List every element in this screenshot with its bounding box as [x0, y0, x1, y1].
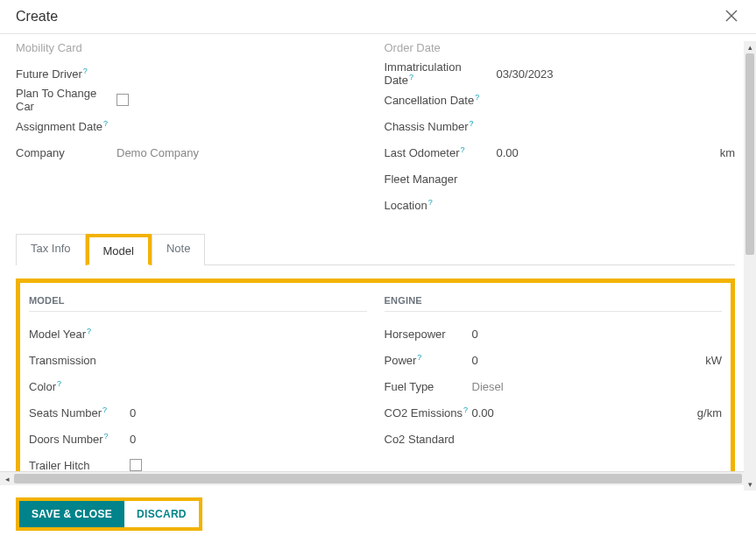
plan-to-change-car-checkbox[interactable] [117, 94, 129, 106]
fuel-type-input[interactable]: Diesel [472, 380, 723, 393]
immatriculation-date-input[interactable]: 03/30/2023 [497, 67, 736, 81]
order-date-label: Order Date [385, 41, 485, 54]
help-icon[interactable]: ? [417, 353, 421, 362]
help-icon[interactable]: ? [470, 119, 474, 128]
vertical-scrollbar-thumb[interactable] [745, 53, 754, 255]
chassis-number-row: Chassis Number? [385, 113, 736, 139]
fleet-manager-label: Fleet Manager [385, 173, 497, 186]
power-label: Power? [385, 354, 472, 367]
future-driver-label: Future Driver? [16, 67, 117, 81]
doors-number-label: Doors Number? [29, 433, 130, 446]
color-label: Color? [29, 380, 130, 393]
help-icon[interactable]: ? [102, 405, 107, 414]
tabs: Tax Info Model Note [16, 234, 735, 265]
close-icon [724, 9, 738, 23]
engine-section: ENGINE Horsepower 0 Power? 0 kW [385, 295, 723, 471]
help-icon[interactable]: ? [103, 119, 108, 128]
plan-to-change-car-label: Plan To Change Car [16, 87, 117, 113]
power-row: Power? 0 kW [385, 347, 723, 373]
immatriculation-date-row: Immatriculation Date? 03/30/2023 [385, 60, 736, 87]
modal-header: Create [0, 0, 756, 34]
model-year-label: Model Year? [29, 328, 130, 341]
model-section: MODEL Model Year? Transmission Color? [29, 295, 367, 471]
last-odometer-unit: km [713, 146, 735, 159]
co2-emissions-input[interactable]: 0.00 [472, 406, 494, 420]
transmission-row: Transmission [29, 347, 367, 373]
save-and-close-button[interactable]: Save & Close [19, 501, 124, 527]
trailer-hitch-checkbox[interactable] [130, 459, 142, 471]
help-icon[interactable]: ? [461, 145, 465, 154]
fuel-type-row: Fuel Type Diesel [385, 373, 723, 399]
help-icon[interactable]: ? [428, 198, 433, 207]
tab-tax-info[interactable]: Tax Info [16, 234, 86, 265]
doors-number-input[interactable]: 0 [130, 433, 367, 446]
scrollbar-thumb[interactable] [14, 474, 742, 483]
scroll-up-icon[interactable]: ▴ [744, 41, 756, 53]
horsepower-label: Horsepower [385, 328, 472, 341]
cancellation-date-label: Cancellation Date? [385, 94, 497, 107]
mobility-card-row: Mobility Card [16, 34, 367, 60]
company-row: Company Demo Company [16, 139, 367, 166]
modal-body[interactable]: Mobility Card Future Driver? Plan To Cha… [0, 34, 756, 471]
order-date-row: Order Date [385, 34, 736, 60]
seats-number-row: Seats Number? 0 [29, 399, 367, 426]
model-year-row: Model Year? [29, 321, 367, 347]
create-modal: Create Mobility Card Future Driver? [0, 0, 756, 543]
co2-emissions-label: CO2 Emissions? [385, 406, 472, 420]
tab-model[interactable]: Model [86, 234, 152, 265]
company-label: Company [16, 146, 117, 159]
fleet-manager-row: Fleet Manager [385, 166, 736, 192]
help-icon[interactable]: ? [409, 73, 413, 81]
color-row: Color? [29, 373, 367, 399]
help-icon[interactable]: ? [87, 327, 91, 335]
close-button[interactable] [724, 9, 740, 25]
plan-to-change-car-row: Plan To Change Car [16, 87, 367, 113]
left-column: Mobility Card Future Driver? Plan To Cha… [16, 34, 367, 218]
power-input[interactable]: 0 [472, 354, 478, 367]
company-value[interactable]: Demo Company [117, 146, 367, 159]
scroll-down-icon[interactable]: ▾ [744, 478, 756, 490]
discard-button[interactable]: Discard [124, 501, 199, 527]
last-odometer-row: Last Odometer? 0.00 km [385, 139, 736, 166]
modal-footer: Save & Close Discard [0, 485, 756, 543]
scroll-left-icon[interactable]: ◂ [0, 472, 14, 485]
last-odometer-input[interactable]: 0.00 [497, 146, 519, 159]
chassis-number-label: Chassis Number? [385, 120, 497, 133]
trailer-hitch-label: Trailer Hitch [29, 459, 130, 472]
right-column: Order Date Immatriculation Date? 03/30/2… [385, 34, 736, 218]
footer-buttons: Save & Close Discard [16, 497, 202, 531]
vertical-scrollbar[interactable]: ▴ ▾ [744, 41, 756, 490]
future-driver-row: Future Driver? [16, 60, 367, 87]
seats-number-label: Seats Number? [29, 406, 130, 420]
transmission-label: Transmission [29, 354, 130, 367]
help-icon[interactable]: ? [475, 93, 479, 102]
assignment-date-row: Assignment Date? [16, 113, 367, 139]
seats-number-input[interactable]: 0 [130, 406, 367, 420]
location-label: Location? [385, 199, 497, 212]
location-row: Location? [385, 192, 736, 218]
power-unit: kW [698, 354, 722, 367]
co2-standard-row: Co2 Standard [385, 426, 723, 452]
last-odometer-label: Last Odometer? [385, 146, 497, 159]
fuel-type-label: Fuel Type [385, 380, 472, 393]
horizontal-scrollbar[interactable]: ◂ ▸ [0, 471, 756, 485]
doors-number-row: Doors Number? 0 [29, 426, 367, 452]
help-icon[interactable]: ? [57, 379, 61, 388]
immatriculation-date-label: Immatriculation Date? [385, 60, 497, 87]
co2-emissions-row: CO2 Emissions? 0.00 g/km [385, 399, 723, 426]
horsepower-row: Horsepower 0 [385, 321, 723, 347]
tab-note[interactable]: Note [152, 234, 205, 265]
co2-emissions-unit: g/km [690, 406, 722, 420]
mobility-card-label: Mobility Card [16, 41, 117, 54]
cancellation-date-row: Cancellation Date? [385, 87, 736, 113]
model-tab-panel: MODEL Model Year? Transmission Color? [16, 279, 735, 471]
engine-section-title: ENGINE [385, 295, 723, 312]
horsepower-input[interactable]: 0 [472, 328, 723, 341]
help-icon[interactable]: ? [463, 405, 468, 414]
trailer-hitch-row: Trailer Hitch [29, 452, 367, 471]
modal-title: Create [16, 9, 58, 25]
assignment-date-label: Assignment Date? [16, 120, 117, 133]
help-icon[interactable]: ? [83, 67, 88, 75]
co2-standard-label: Co2 Standard [385, 433, 472, 446]
help-icon[interactable]: ? [104, 432, 109, 441]
